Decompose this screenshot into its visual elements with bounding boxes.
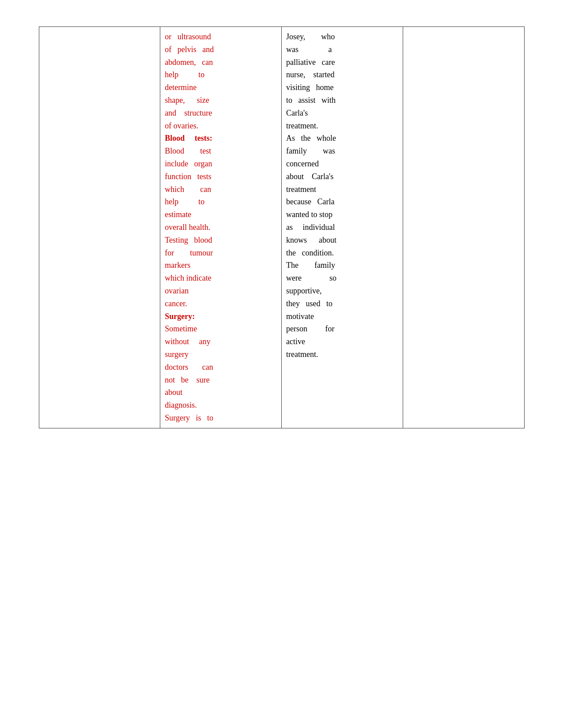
red-line-12: function tests (165, 172, 212, 181)
black-line-18: the condition. (286, 248, 334, 257)
black-line-12: about Carla's (286, 172, 333, 181)
black-line-15: wanted to stop (286, 210, 333, 219)
black-line-26: treatment. (286, 350, 318, 359)
black-line-1: Josey, who (286, 32, 335, 41)
black-line-21: supportive, (286, 286, 322, 295)
black-line-2: was a (286, 45, 332, 54)
black-text-block: Josey, who was a palliative care nurse, … (286, 30, 398, 361)
red-line-3: abdomen, can (165, 58, 213, 67)
black-line-25: active (286, 337, 305, 346)
black-line-23: motivate (286, 312, 314, 321)
black-line-14: because Carla (286, 197, 334, 206)
red-line-11: include organ (165, 159, 212, 168)
col-black-content: Josey, who was a palliative care nurse, … (282, 27, 403, 428)
table-row: or ultrasound of pelvis and abdomen, can… (39, 27, 524, 428)
red-bold-blood: Blood tests: (165, 134, 212, 143)
black-line-16: as individual (286, 223, 335, 232)
red-line-8: of ovaries. (165, 121, 198, 130)
red-line-16: overall health. (165, 223, 210, 232)
red-line-15: estimate (165, 210, 191, 219)
col-empty-right (403, 27, 524, 428)
page-container: or ultrasound of pelvis and abdomen, can… (39, 26, 525, 428)
col-empty-left (39, 27, 160, 428)
red-line-17: Testing blood (165, 236, 212, 244)
red-text-block: or ultrasound of pelvis and abdomen, can… (165, 30, 277, 424)
red-line-30: diagnosis. (165, 401, 197, 409)
black-line-19: The family (286, 261, 335, 270)
black-line-5: visiting home (286, 83, 334, 92)
black-line-4: nurse, started (286, 70, 334, 79)
black-line-3: palliative care (286, 58, 335, 67)
red-line-4: help to (165, 70, 204, 79)
red-line-5: determine (165, 83, 196, 92)
red-line-7: and structure (165, 109, 212, 117)
red-line-18: for tumour (165, 248, 213, 257)
main-table: or ultrasound of pelvis and abdomen, can… (39, 26, 525, 428)
red-bold-surgery: Surgery: (165, 312, 195, 321)
red-line-31: Surgery is to (165, 413, 213, 422)
black-line-20: were so (286, 274, 336, 282)
black-line-9: As the whole (286, 134, 336, 143)
red-line-19: markers (165, 261, 190, 270)
red-line-27: doctors can (165, 363, 213, 372)
red-line-26: surgery (165, 350, 189, 359)
red-line-22: cancer. (165, 299, 187, 308)
red-line-13: which can (165, 185, 211, 194)
red-line-24: Sometime (165, 324, 197, 333)
red-line-14: help to (165, 197, 204, 206)
red-line-25: without any (165, 337, 211, 346)
red-line-29: about (165, 388, 182, 397)
black-line-7: Carla's (286, 109, 308, 117)
red-line-28: not be sure (165, 375, 209, 384)
black-line-8: treatment. (286, 121, 318, 130)
red-line-2: of pelvis and (165, 45, 214, 54)
black-line-11: concerned (286, 159, 319, 168)
red-line-20: which indicate (165, 274, 211, 282)
red-line-1: or ultrasound (165, 32, 211, 41)
black-line-6: to assist with (286, 96, 336, 105)
red-line-6: shape, size (165, 96, 209, 105)
black-line-10: family was (286, 146, 335, 155)
black-line-24: person for (286, 324, 334, 333)
black-line-13: treatment (286, 185, 316, 194)
black-line-17: knows about (286, 236, 336, 244)
black-line-22: they used to (286, 299, 333, 308)
red-line-21: ovarian (165, 286, 189, 295)
red-line-10: Blood test (165, 146, 211, 155)
col-red-content: or ultrasound of pelvis and abdomen, can… (160, 27, 282, 428)
